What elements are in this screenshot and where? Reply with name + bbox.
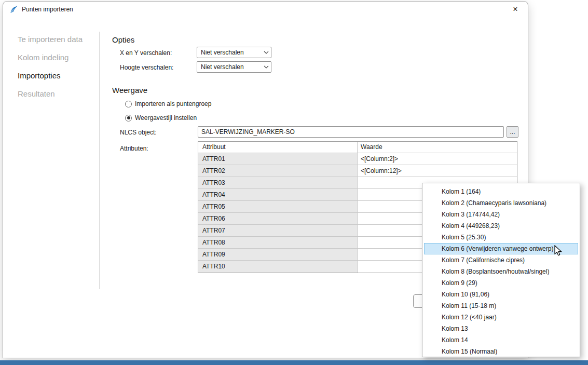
table-header-waarde: Waarde [358,142,517,153]
attr-value-cell[interactable]: <[Column:12]> [358,165,517,177]
xy-verschalen-label: X en Y verschalen: [120,49,172,57]
dropdown-item-kolom-1[interactable]: Kolom 1 (164) [422,186,580,197]
mouse-cursor-icon [554,245,564,260]
attr-name-cell: ATTR01 [198,153,358,165]
attr-name-cell: ATTR07 [198,225,358,236]
app-background-strip [0,360,588,365]
radio-icon [125,115,132,121]
chevron-down-icon [262,51,271,54]
table-row: ATTR02 <[Column:12]> [198,165,517,177]
hoogte-verschalen-label: Hoogte verschalen: [120,64,173,71]
dropdown-item-kolom-10[interactable]: Kolom 10 (91,06) [422,289,580,300]
nlcs-object-label: NLCS object: [120,129,157,136]
table-row: ATTR01 <[Column:2]> [198,153,517,165]
dropdown-item-kolom-2[interactable]: Kolom 2 (Chamaecyparis lawsoniana) [422,197,580,209]
chevron-down-icon [262,65,271,69]
close-icon[interactable]: × [505,2,526,17]
column-select-dropdown: Kolom 1 (164) Kolom 2 (Chamaecyparis law… [422,183,580,357]
dropdown-item-kolom-9[interactable]: Kolom 9 (29) [422,277,580,289]
radio-weergavestijl-instellen[interactable]: Weergavestijl instellen [125,114,197,122]
attr-name-cell: ATTR05 [198,201,358,212]
dropdown-item-kolom-15[interactable]: Kolom 15 (Normaal) [422,346,580,357]
dropdown-item-kolom-13[interactable]: Kolom 13 [422,323,580,334]
dialog-title: Punten importeren [22,2,73,17]
table-header-attribuut: Attribuut [198,142,358,153]
hoogte-verschalen-select[interactable]: Niet verschalen [197,61,271,73]
dropdown-item-kolom-11[interactable]: Kolom 11 (15-18 m) [422,300,580,312]
xy-verschalen-value: Niet verschalen [197,49,262,56]
hoogte-verschalen-value: Niet verschalen [197,63,262,71]
sidebar-item-importopties[interactable]: Importopties [18,71,61,80]
radio-label: Weergavestijl instellen [135,114,197,121]
attr-name-cell: ATTR10 [198,261,358,273]
dropdown-item-kolom-4[interactable]: Kolom 4 (449268,23) [422,220,580,232]
sidebar-item-resultaten[interactable]: Resultaten [18,89,55,98]
dropdown-item-kolom-5[interactable]: Kolom 5 (25.30) [422,232,580,243]
table-header-row: Attribuut Waarde [198,142,517,153]
attr-name-cell: ATTR09 [198,249,358,260]
attr-name-cell: ATTR03 [198,177,358,188]
dropdown-item-kolom-3[interactable]: Kolom 3 (174744,42) [422,209,580,220]
dropdown-item-kolom-14[interactable]: Kolom 14 [422,334,580,346]
attr-name-cell: ATTR08 [198,237,358,248]
attributen-label: Attributen: [120,145,148,152]
titlebar[interactable]: Punten importeren × [3,2,528,17]
browse-button[interactable]: ... [507,126,518,138]
attr-name-cell: ATTR06 [198,213,358,224]
dropdown-item-kolom-12[interactable]: Kolom 12 (<40 jaar) [422,312,580,323]
xy-verschalen-select[interactable]: Niet verschalen [197,47,271,58]
radio-importeren-als-puntengroep[interactable]: Importeren als puntengroep [125,100,211,108]
nlcs-object-input[interactable] [198,126,504,138]
sidebar-item-te-importeren-data[interactable]: Te importeren data [18,35,83,44]
attr-value-cell[interactable]: <[Column:2]> [358,153,517,165]
weergave-heading: Weergave [112,86,147,94]
radio-label: Importeren als puntengroep [135,100,211,107]
opties-heading: Opties [112,35,134,44]
screen: Punten importeren × Te importeren data K… [0,0,588,365]
attr-name-cell: ATTR04 [198,189,358,200]
radio-icon [125,101,132,107]
app-logo-icon [10,5,18,13]
sidebar-item-kolom-indeling[interactable]: Kolom indeling [18,53,69,62]
attr-name-cell: ATTR02 [198,165,358,177]
dropdown-item-kolom-8[interactable]: Kolom 8 (Bosplantsoen/houtwal/singel) [422,266,580,277]
sidebar-divider [99,32,100,289]
